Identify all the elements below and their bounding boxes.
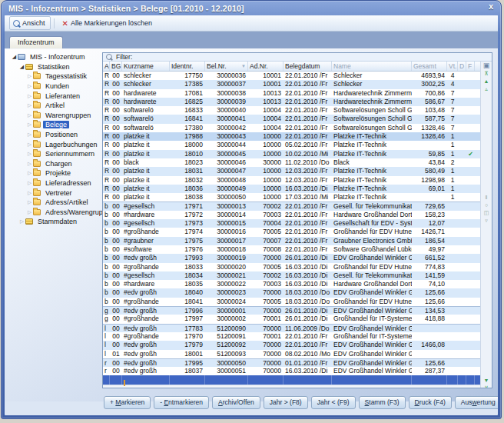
column-header-bg[interactable]: BG [110, 62, 122, 71]
expand-arrow-icon[interactable]: ▷ [26, 209, 33, 215]
table-row[interactable]: b00#großhande18041300000247000518.03.201… [103, 298, 492, 306]
expand-arrow-icon[interactable]: ▷ [26, 112, 33, 118]
column-header-f[interactable]: F [466, 62, 475, 71]
table-row[interactable]: l00#edv großh17979512000927000022.01.201… [103, 341, 492, 349]
append-cell-f[interactable] [466, 375, 475, 385]
table-row[interactable]: b00#edv großh17993300000197000026.01.201… [103, 254, 492, 262]
markieren-button[interactable]: + Markieren [104, 396, 151, 409]
expand-icon[interactable]: ▿ [481, 217, 492, 225]
append-cell-adnr[interactable] [248, 375, 284, 385]
tree-item-seriennummern[interactable]: ▷Seriennummern [11, 149, 101, 159]
jahr-zurueck-button[interactable]: Jahr < (F9) [311, 396, 356, 409]
horizontal-scrollbar[interactable] [103, 385, 492, 388]
tree-item-stammdaten[interactable]: ▷Stammdaten [11, 217, 101, 227]
expand-arrow-icon[interactable]: ▷ [26, 199, 33, 205]
tree-item-mis-infozentrum[interactable]: ◢MIS - Infozentrum [11, 52, 101, 62]
table-row[interactable]: b00#graubner17975300000177000722.01.2010… [103, 237, 492, 245]
tree-item-tagesstatistik[interactable]: ▷Tagesstatistik [11, 72, 101, 82]
split-icon[interactable]: ‖ [481, 194, 492, 202]
tree-item-adress-artikel[interactable]: ▷Adress/Artikel [11, 198, 101, 208]
expand-arrow-icon[interactable]: ▷ [26, 73, 33, 79]
append-cell-bg[interactable] [110, 375, 122, 385]
table-row[interactable]: b00#hardware17972300000147000322.01.2010… [103, 211, 492, 219]
tree-item-warengruppen[interactable]: ▷Warengruppen [11, 111, 101, 121]
tree-item-adress-warengruppen[interactable]: ▷Adress/Warengruppen [11, 208, 101, 218]
scroll-up2-icon[interactable]: ▵ [481, 85, 492, 93]
table-row[interactable]: R00platzke it17988300000431000022.01.201… [103, 132, 492, 141]
append-cell-a[interactable] [103, 375, 110, 385]
table-row[interactable]: R00platzke it18036300000491000016.03.201… [103, 185, 492, 193]
table-row[interactable]: R00softwarelö16833300000401000422.01.201… [103, 106, 492, 115]
clear-marks-button[interactable]: ✕ Alle Markierungen löschen [58, 18, 157, 28]
table-row[interactable]: R00platzke it18010300000451000010.02.201… [103, 150, 492, 158]
table-row[interactable]: R00schlecker17750300000361000122.01.2010… [103, 72, 492, 80]
tree-item-statistiken[interactable]: ◢Statistiken [11, 62, 101, 72]
append-row[interactable] [103, 375, 492, 385]
tree-item-artikel[interactable]: ▷Artikel [11, 101, 101, 111]
append-cell-d[interactable] [458, 375, 466, 385]
table-row[interactable]: b00#edv großh18040300000237000018.03.201… [103, 288, 492, 297]
column-header-d[interactable]: D [458, 62, 466, 71]
append-cell-belnr[interactable] [205, 375, 248, 385]
append-cell-name[interactable] [332, 375, 412, 385]
expand-arrow-icon[interactable]: ▷ [26, 151, 33, 157]
table-row[interactable]: R00platzke it18038300000501000017.03.201… [103, 193, 492, 202]
table-row[interactable]: g00#edv großh17996300000017000026.01.201… [103, 306, 492, 315]
append-cell-vt[interactable] [447, 375, 458, 385]
tree-item-lieferadressen[interactable]: ▷Lieferadressen [11, 178, 101, 188]
table-row[interactable]: g00#großhande17997300000027000126.01.201… [103, 315, 492, 323]
archiv-offen-button[interactable]: Archiv/Offen [212, 396, 260, 409]
entmarkieren-button[interactable]: - Entmarkieren [154, 396, 209, 409]
table-row[interactable]: R00softwarelö17380300000421000422.01.201… [103, 124, 492, 132]
table-row[interactable]: l01#edv großh18001512000937000008.02.201… [103, 350, 492, 358]
column-header-gesamt[interactable]: Gesamt [412, 62, 447, 71]
stamm-button[interactable]: Stamm (F3) [359, 396, 406, 409]
column-chooser-icon[interactable]: ▣ [481, 62, 492, 69]
table-row[interactable]: b00#gesellsch17973300000157000422.01.201… [103, 219, 492, 228]
expand-arrow-icon[interactable]: ▷ [26, 93, 33, 99]
append-cell-identnr[interactable] [170, 375, 205, 385]
table-row[interactable]: r00#edv großh18037300000517000016.03.201… [103, 367, 492, 375]
table-row[interactable]: R00schlecker17385300000371000122.01.2010… [103, 80, 492, 88]
table-row[interactable]: l00#großhande17970512000917000122.01.201… [103, 332, 492, 341]
append-cell-gesamt[interactable] [412, 375, 447, 385]
expand-arrow-icon[interactable]: ▷ [26, 122, 33, 128]
table-row[interactable]: b00#gesellsch17971300000137000222.01.201… [103, 202, 492, 210]
close-button[interactable]: x [489, 2, 493, 11]
bookmark-icon[interactable]: ◫ [481, 209, 492, 217]
tab-infozentrum[interactable]: Infozentrum [9, 36, 63, 48]
table-row[interactable]: R00hardwarete17081300000381001322.01.201… [103, 89, 492, 98]
append-cell-datum[interactable] [284, 375, 332, 385]
table-row[interactable]: R00black18023300000463000011.02.2010 /Do… [103, 158, 492, 167]
append-cell-kurzname[interactable] [122, 375, 170, 385]
tree-item-belege[interactable]: ▷Belege [11, 120, 101, 130]
table-row[interactable]: l00#edv großh17783512000907000011.06.200… [103, 324, 492, 332]
search-icon[interactable]: ○ [481, 202, 492, 209]
table-row[interactable]: R00hardwarete16825300000391001322.01.201… [103, 98, 492, 106]
column-header-name[interactable]: Name [332, 62, 412, 71]
filter-row[interactable]: Filter: [103, 53, 492, 62]
table-row[interactable]: R00softwarelö16841300000411000422.01.201… [103, 115, 492, 123]
tree-item-chargen[interactable]: ▷Chargen [11, 159, 101, 169]
table-row[interactable]: R00platzke it18000300000441000005.02.201… [103, 141, 492, 149]
table-row[interactable]: R00platzke it18032300000481000012.03.201… [103, 176, 492, 185]
tree-item-vertreter[interactable]: ▷Vertreter [11, 188, 101, 198]
tree-item-projekte[interactable]: ▷Projekte [11, 168, 101, 178]
column-header-belnr[interactable]: Bel.Nr.▼ [205, 62, 248, 71]
druck-button[interactable]: Druck (F4) [409, 396, 452, 409]
tree-item-kunden[interactable]: ▷Kunden [11, 82, 101, 92]
collapse-arrow-icon[interactable]: ◢ [18, 64, 25, 70]
table-row[interactable]: b00#software17976300000187000822.01.2010… [103, 245, 492, 254]
grid-side-strip[interactable]: ▣ ⊼▲▵ ‖○◫▿ ▼⊻ [480, 62, 492, 388]
table-row[interactable]: r00#edv großh17995300000507000001.01.201… [103, 358, 492, 367]
expand-arrow-icon[interactable]: ▷ [26, 102, 33, 108]
tree-item-lagerbuchungen[interactable]: ▷Lagerbuchungen [11, 139, 101, 149]
collapse-arrow-icon[interactable]: ◢ [11, 54, 18, 60]
ansicht-button[interactable]: Ansicht [9, 16, 51, 30]
table-row[interactable]: b00#großhande17974300000167000522.01.201… [103, 228, 492, 236]
scroll-first-icon[interactable]: ⊼ [481, 70, 492, 78]
expand-arrow-icon[interactable]: ▷ [18, 218, 25, 225]
expand-arrow-icon[interactable]: ▷ [26, 83, 33, 89]
expand-arrow-icon[interactable]: ▷ [26, 190, 33, 196]
auswertung-button[interactable]: Auswertung [455, 396, 498, 409]
